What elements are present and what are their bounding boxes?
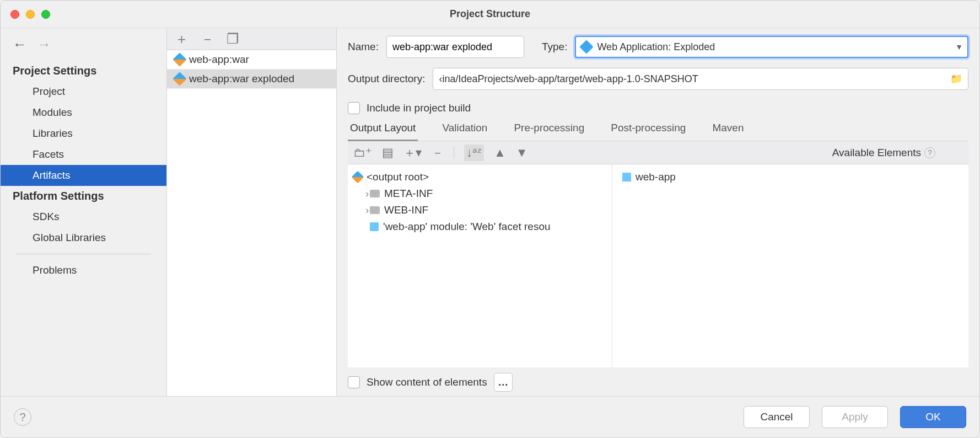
available-elements-label: Available Elements ? [832, 147, 963, 159]
more-options-button[interactable]: … [494, 373, 513, 392]
help-hint-icon[interactable]: ? [924, 147, 935, 158]
artifact-item-label: web-app:war [189, 54, 249, 66]
sidebar-item-facets[interactable]: Facets [1, 144, 166, 165]
browse-folder-icon[interactable]: 📁 [950, 73, 962, 85]
tab-validation[interactable]: Validation [440, 122, 489, 141]
detail-tabs: Output Layout Validation Pre-processing … [348, 122, 968, 141]
tab-post-processing[interactable]: Post-processing [609, 122, 688, 141]
chevron-right-icon[interactable]: › [353, 188, 365, 200]
output-directory-input[interactable]: ‹ina/IdeaProjects/web-app/target/web-app… [433, 68, 968, 90]
type-value: Web Application: Exploded [597, 41, 715, 53]
name-input[interactable] [386, 36, 524, 58]
sidebar-divider [16, 254, 151, 254]
type-label: Type: [542, 41, 567, 53]
output-tree[interactable]: <output root> › META-INF › WEB-INF 'web-… [348, 164, 612, 367]
nav-back-icon[interactable]: ← [13, 36, 27, 53]
sidebar: ← → Project Settings Project Modules Lib… [1, 28, 167, 396]
tab-output-layout[interactable]: Output Layout [348, 122, 418, 141]
show-content-checkbox[interactable] [348, 376, 360, 388]
section-platform-settings: Platform Settings [1, 186, 166, 206]
remove-item-icon[interactable]: － [432, 145, 444, 161]
remove-artifact-icon[interactable]: － [201, 30, 214, 48]
sidebar-item-problems[interactable]: Problems [1, 260, 166, 281]
sidebar-item-libraries[interactable]: Libraries [1, 123, 166, 144]
facet-icon [370, 222, 379, 231]
artifact-toolbar: ＋ － ❐ [167, 28, 336, 50]
new-archive-icon[interactable]: ▤ [382, 146, 394, 160]
nav-forward-icon[interactable]: → [37, 36, 51, 53]
include-in-build-label: Include in project build [367, 102, 471, 114]
sidebar-item-artifacts[interactable]: Artifacts [1, 165, 166, 186]
titlebar: Project Structure [1, 1, 979, 28]
available-elements-tree[interactable]: web-app [612, 164, 968, 367]
ok-button[interactable]: OK [900, 406, 966, 428]
output-root[interactable]: <output root> [350, 169, 610, 185]
show-content-label: Show content of elements [367, 376, 487, 388]
window-title: Project Structure [1, 8, 979, 20]
module-icon [622, 173, 631, 181]
spacer [353, 221, 365, 233]
chevron-down-icon: ▼ [955, 42, 963, 51]
include-in-build-checkbox[interactable] [348, 102, 360, 114]
cancel-button[interactable]: Cancel [744, 406, 810, 428]
tree-folder[interactable]: › META-INF [350, 185, 610, 202]
help-button[interactable]: ? [14, 408, 31, 426]
toolbar-separator [454, 147, 454, 159]
move-up-icon[interactable]: ▲ [494, 146, 506, 160]
add-copy-icon[interactable]: ＋▾ [403, 145, 422, 161]
sidebar-item-global-libraries[interactable]: Global Libraries [1, 227, 166, 248]
sort-icon[interactable]: ↓ᵃᶻ [464, 145, 484, 161]
sidebar-item-sdks[interactable]: SDKs [1, 206, 166, 227]
type-dropdown[interactable]: Web Application: Exploded ▼ [575, 36, 968, 58]
section-project-settings: Project Settings [1, 61, 166, 81]
artifact-type-icon [580, 40, 594, 54]
tab-pre-processing[interactable]: Pre-processing [511, 122, 586, 141]
sidebar-item-project[interactable]: Project [1, 81, 166, 102]
add-artifact-icon[interactable]: ＋ [175, 30, 189, 48]
output-directory-value: ‹ina/IdeaProjects/web-app/target/web-app… [439, 73, 698, 85]
layout-toolbar: 🗀⁺ ▤ ＋▾ － ↓ᵃᶻ ▲ ▼ Available Elements ? [348, 141, 968, 164]
chevron-right-icon[interactable]: › [353, 204, 365, 216]
artifact-icon [173, 52, 186, 66]
dialog-footer: ? Cancel Apply OK [1, 396, 979, 437]
move-down-icon[interactable]: ▼ [516, 146, 528, 160]
new-folder-icon[interactable]: 🗀⁺ [353, 146, 372, 160]
folder-icon [370, 206, 380, 214]
artifact-item[interactable]: web-app:war exploded [167, 70, 336, 89]
folder-icon [370, 190, 380, 197]
detail-pane: Name: Type: Web Application: Exploded ▼ … [337, 28, 979, 396]
artifact-icon [173, 72, 186, 86]
output-directory-label: Output directory: [348, 73, 425, 85]
available-module[interactable]: web-app [619, 169, 962, 185]
artifact-item[interactable]: web-app:war [167, 50, 336, 70]
name-label: Name: [348, 41, 379, 53]
apply-button[interactable]: Apply [822, 406, 888, 428]
tree-facet-resource[interactable]: 'web-app' module: 'Web' facet resou [350, 218, 610, 235]
artifact-item-label: web-app:war exploded [189, 73, 294, 85]
tree-folder[interactable]: › WEB-INF [350, 202, 610, 218]
sidebar-item-modules[interactable]: Modules [1, 102, 166, 123]
tab-maven[interactable]: Maven [710, 122, 746, 141]
artifact-root-icon [352, 171, 364, 184]
artifact-list-pane: ＋ － ❐ web-app:war web-app:war exploded [167, 28, 337, 396]
copy-artifact-icon[interactable]: ❐ [227, 31, 239, 47]
